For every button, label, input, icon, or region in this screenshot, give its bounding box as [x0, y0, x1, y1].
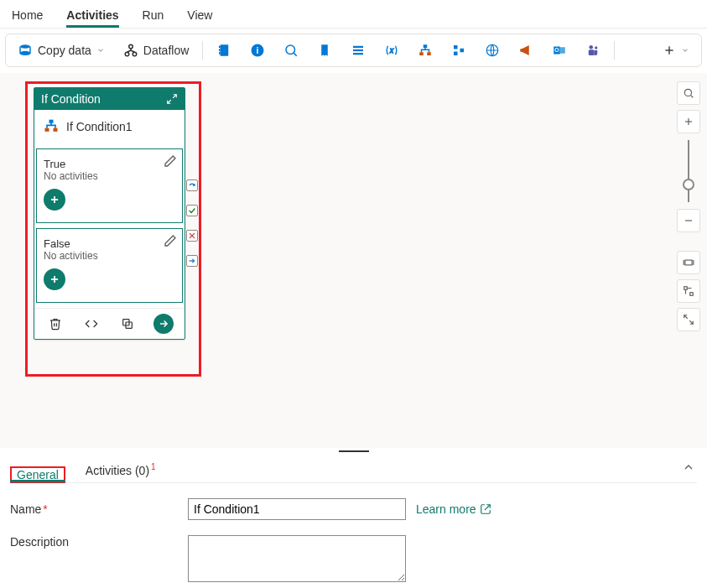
megaphone-icon: [518, 43, 533, 58]
false-branch-sub: No activities: [44, 250, 175, 262]
true-branch-title: True: [44, 158, 175, 170]
collapse-canvas-button[interactable]: [677, 308, 700, 331]
notebook-icon: [216, 43, 231, 58]
info-button[interactable]: i: [243, 39, 272, 61]
zoom-thumb[interactable]: [683, 179, 694, 190]
fit-screen-button[interactable]: [677, 251, 700, 274]
true-branch[interactable]: True No activities: [36, 148, 183, 223]
true-branch-sub: No activities: [44, 170, 175, 182]
svg-point-47: [684, 89, 691, 96]
top-tabs: Home Activities Run View: [0, 0, 707, 29]
svg-rect-26: [560, 47, 565, 54]
svg-rect-56: [690, 293, 694, 296]
svg-rect-21: [454, 52, 458, 56]
port-skip-icon[interactable]: [186, 180, 198, 191]
svg-line-48: [691, 96, 694, 98]
panel-collapse-button[interactable]: [682, 461, 695, 476]
dataflow-button[interactable]: Dataflow: [117, 39, 195, 61]
svg-line-59: [484, 505, 489, 510]
svg-text:x: x: [389, 47, 394, 55]
properties-tabs: General Activities (0)1: [10, 459, 697, 483]
ifcondition-tool-button[interactable]: [411, 39, 439, 61]
tab-home[interactable]: Home: [12, 3, 43, 27]
web-button[interactable]: [478, 39, 507, 61]
zoom-in-button[interactable]: [677, 110, 700, 133]
activity-instance-name: If Condition1: [66, 120, 133, 133]
pencil-icon[interactable]: [164, 154, 177, 168]
tab-view[interactable]: View: [187, 3, 212, 27]
notebook-button[interactable]: [210, 39, 238, 61]
toolbar-divider-2: [614, 41, 615, 60]
name-input[interactable]: [188, 498, 406, 520]
description-row: Description: [10, 535, 697, 582]
chevron-down-icon: [96, 46, 105, 55]
svg-text:i: i: [257, 45, 259, 55]
dataflow-label: Dataflow: [143, 44, 189, 57]
copy-data-label: Copy data: [38, 44, 91, 57]
outlook-button[interactable]: O: [545, 39, 574, 61]
svg-rect-8: [219, 52, 221, 54]
svg-line-33: [168, 100, 171, 103]
port-fail-icon[interactable]: [186, 230, 198, 242]
name-row: Name* Learn more: [10, 498, 697, 520]
svg-rect-52: [685, 260, 692, 265]
add-true-activity[interactable]: [44, 189, 65, 211]
required-indicator: *: [43, 502, 47, 516]
tab-activities-count-label: Activities (0): [86, 464, 149, 477]
svg-rect-17: [424, 44, 428, 48]
add-more-button[interactable]: [656, 40, 696, 60]
database-icon: [18, 43, 33, 58]
tab-activities-count[interactable]: Activities (0)1: [84, 459, 156, 482]
copy-data-button[interactable]: Copy data: [11, 39, 112, 61]
svg-line-12: [294, 53, 297, 55]
svg-rect-5: [221, 44, 229, 56]
teams-button[interactable]: [579, 39, 607, 61]
tab-activities-badge: 1: [151, 462, 156, 471]
tab-run[interactable]: Run: [143, 3, 164, 27]
tab-activities[interactable]: Activities: [66, 3, 118, 27]
svg-point-11: [286, 45, 295, 55]
code-button[interactable]: [81, 314, 101, 334]
svg-rect-22: [460, 49, 465, 53]
pencil-icon[interactable]: [164, 234, 177, 247]
expand-icon[interactable]: [166, 93, 178, 105]
add-false-activity[interactable]: [44, 268, 65, 290]
external-link-icon: [480, 503, 491, 515]
svg-rect-55: [684, 287, 688, 290]
toolbar-container: Copy data Dataflow i x O: [0, 29, 707, 73]
false-branch[interactable]: False No activities: [36, 228, 183, 303]
pipeline-canvas[interactable]: If Condition If Condition1 True No activ…: [0, 73, 707, 449]
variable-button[interactable]: x: [377, 39, 406, 61]
if-condition-activity[interactable]: If Condition If Condition1 True No activ…: [34, 87, 185, 340]
if-condition-icon: [43, 118, 60, 135]
port-completion-icon[interactable]: [186, 255, 198, 267]
toolbar: Copy data Dataflow i x O: [5, 34, 702, 67]
activity-header: If Condition: [34, 88, 185, 110]
auto-layout-button[interactable]: [677, 279, 700, 303]
script-button[interactable]: [310, 39, 339, 61]
svg-rect-14: [353, 49, 363, 51]
list-button[interactable]: [344, 39, 372, 61]
name-label: Name: [10, 502, 41, 516]
description-textarea[interactable]: [188, 535, 406, 582]
list-icon: [351, 43, 366, 58]
activity-header-title: If Condition: [41, 92, 101, 106]
delete-button[interactable]: [45, 314, 65, 334]
svg-line-32: [173, 95, 176, 98]
zoom-out-button[interactable]: [677, 209, 700, 232]
variable-icon: x: [384, 43, 399, 58]
copy-button[interactable]: [117, 314, 138, 334]
canvas-search-button[interactable]: [677, 81, 700, 105]
align-button[interactable]: [444, 39, 473, 61]
svg-point-28: [595, 46, 597, 49]
svg-rect-35: [45, 128, 49, 132]
learn-more-link[interactable]: Learn more: [416, 502, 491, 516]
search-activity-button[interactable]: [277, 39, 305, 61]
plus-icon: [663, 44, 676, 57]
activity-port-icons: [186, 180, 198, 267]
chat-button[interactable]: [512, 39, 540, 61]
port-success-icon[interactable]: [186, 205, 198, 216]
tab-general[interactable]: General: [10, 466, 65, 483]
run-button[interactable]: [153, 314, 174, 334]
zoom-slider[interactable]: [688, 140, 689, 202]
